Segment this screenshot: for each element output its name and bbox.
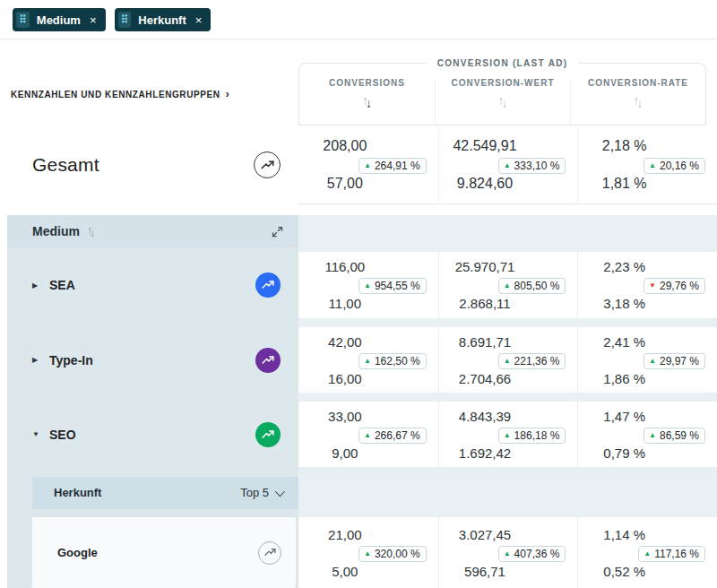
metric-value: 2,23 % (578, 259, 717, 274)
metric-prev-value: 1,81 % (578, 176, 717, 192)
top-n-value: Top 5 (240, 486, 269, 499)
metrics-header: KENNZAHLEN UND KENNZAHLENGRUPPEN› CONVER… (0, 39, 717, 125)
metric-cell: 1,14 % ▲117,16 % 0,52 % (577, 517, 717, 588)
metric-cell: 2,41 % ▲29,97 % 1,86 % (577, 327, 717, 393)
filter-chipbar: ⠿ Medium × ⠿ Herkunft × (0, 0, 717, 39)
metric-value: 1,47 % (578, 409, 717, 424)
trend-arrow-icon: ▼ (649, 282, 656, 290)
change-value: 805,50 % (514, 281, 560, 291)
row-metrics: 116,00 ▲954,55 % 11,00 25.970,71 ▲805,50… (298, 252, 717, 318)
analytics-report: ⠿ Medium × ⠿ Herkunft × KENNZAHLEN UND K… (0, 0, 717, 588)
row-header-type-in[interactable]: ▶ Type-In (7, 323, 298, 397)
metric-value: 1,14 % (578, 527, 717, 542)
trend-chart-button[interactable] (255, 348, 281, 373)
metric-prev-value: 1,86 % (578, 371, 717, 386)
column-label: CONVERSIONS (329, 78, 405, 88)
caret-down-icon[interactable]: ▼ (32, 430, 41, 438)
trend-arrow-icon: ▲ (504, 432, 511, 439)
metric-value: 2,18 % (578, 138, 717, 154)
drag-handle-icon[interactable]: ⠿ (16, 12, 30, 28)
trend-arrow-icon: ▲ (504, 358, 511, 365)
chip-medium[interactable]: ⠿ Medium × (13, 8, 106, 31)
change-value: 29,76 % (660, 281, 699, 291)
change-badge-line: ▲805,50 % (439, 276, 578, 294)
trend-arrow-icon: ▲ (504, 550, 511, 558)
metric-prev-value: 1.692,42 (439, 445, 578, 461)
top-n-selector[interactable]: Top 5 (240, 486, 282, 499)
subdimension-header-row: Herkunft Top 5 (7, 471, 717, 514)
trend-arrow-icon: ▲ (649, 358, 656, 365)
change-value: 186,18 % (514, 430, 560, 441)
sort-icon[interactable]: ↑↓ (498, 94, 508, 108)
change-badge: ▲186,18 % (498, 428, 566, 444)
chip-herkunft[interactable]: ⠿ Herkunft × (115, 8, 212, 31)
expand-icon[interactable] (271, 225, 284, 238)
conversion-group-panel: CONVERSION (LAST AD) CONVERSIONS ↑↓ CONV… (298, 63, 706, 125)
metric-value: 25.970,71 (439, 259, 578, 274)
trend-chart-button[interactable] (255, 422, 281, 447)
change-value: 86,59 % (660, 430, 699, 441)
metric-value: 208,00 (298, 138, 438, 154)
change-badge: ▲221,36 % (498, 353, 566, 369)
change-badge: ▲264,91 % (358, 158, 427, 174)
column-header-conversion-wert[interactable]: CONVERSION-WERT ↑↓ (435, 78, 570, 125)
row-header-google[interactable]: Google (32, 517, 296, 588)
metric-cell: 1,47 % ▲86,59 % 0,79 % (577, 402, 717, 467)
change-value: 266,67 % (375, 430, 420, 441)
metric-value: 2,41 % (578, 334, 717, 350)
kennzahlen-label: KENNZAHLEN UND KENNZAHLENGRUPPEN (11, 90, 220, 99)
row-header-seo[interactable]: ▼ SEO (7, 397, 298, 471)
sort-icon[interactable]: ↑↓ (634, 94, 644, 108)
sort-down-arrow: ↓ (366, 96, 372, 110)
trend-chart-icon[interactable] (254, 151, 281, 178)
trend-chart-icon[interactable] (258, 541, 281, 565)
change-value: 954,55 % (375, 281, 420, 291)
change-value: 29,97 % (660, 356, 699, 367)
sort-icon[interactable]: ↑↓ (87, 225, 95, 238)
change-badge-line: ▼29,76 % (578, 276, 717, 294)
summary-metrics: 208,00 ▲264,91 % 57,00 42.549,91 ▲333,10… (298, 125, 717, 204)
metric-cell: 21,00 ▲320,00 % 5,00 (298, 517, 438, 588)
change-badge: ▲117,16 % (638, 546, 705, 562)
caret-right-icon[interactable]: ▶ (32, 356, 41, 364)
change-badge-line: ▲266,67 % (298, 426, 438, 444)
change-value: 221,36 % (514, 356, 560, 367)
trend-arrow-icon: ▲ (644, 550, 651, 558)
metric-cell: 42.549,91 ▲333,10 % 9.824,60 (438, 125, 578, 203)
column-header-conversions[interactable]: CONVERSIONS ↑↓ (299, 78, 435, 125)
kennzahlen-breadcrumb[interactable]: KENNZAHLEN UND KENNZAHLENGRUPPEN› (0, 88, 298, 125)
close-icon[interactable]: × (90, 13, 97, 27)
sort-down-arrow: ↓ (637, 96, 644, 110)
metric-cell: 4.843,39 ▲186,18 % 1.692,42 (438, 402, 578, 467)
drag-handle-icon[interactable]: ⠿ (118, 12, 132, 28)
caret-right-icon[interactable]: ▶ (32, 281, 41, 290)
subdimension-label: Herkunft (54, 486, 101, 499)
change-badge-line: ▲186,18 % (439, 426, 578, 444)
change-badge-line: ▲320,00 % (298, 544, 438, 562)
change-value: 117,16 % (654, 549, 699, 559)
metric-prev-value: 0,52 % (578, 564, 717, 579)
trend-arrow-icon: ▲ (649, 162, 656, 169)
trend-chart-button[interactable] (255, 272, 281, 298)
metric-prev-value: 16,00 (298, 371, 438, 386)
change-badge-line: ▲29,97 % (578, 351, 717, 369)
column-header-conversion-rate[interactable]: CONVERSION-RATE ↑↓ (570, 78, 705, 125)
metric-prev-value: 11,00 (298, 296, 438, 311)
change-badge: ▲29,97 % (644, 353, 705, 369)
trend-arrow-icon: ▲ (364, 162, 371, 169)
row-header-sea[interactable]: ▶ SEA (7, 247, 298, 323)
metric-value: 3.027,45 (439, 527, 578, 542)
change-value: 20,16 % (660, 160, 699, 171)
metric-cell: 2,23 % ▼29,76 % 3,18 % (577, 252, 717, 318)
metric-value: 33,00 (298, 409, 438, 424)
close-icon[interactable]: × (195, 13, 203, 27)
change-badge-line: ▲162,50 % (298, 351, 438, 369)
dimension-header[interactable]: Medium ↑↓ (7, 215, 298, 247)
sort-icon[interactable]: ↑↓ (362, 94, 372, 108)
change-badge-line: ▲333,10 % (439, 156, 578, 174)
metric-prev-value: 57,00 (298, 176, 438, 192)
change-badge: ▲407,36 % (498, 546, 566, 562)
change-badge: ▲86,59 % (644, 428, 705, 444)
metric-value: 42,00 (298, 334, 438, 350)
metric-prev-value: 2.704,66 (439, 371, 578, 386)
